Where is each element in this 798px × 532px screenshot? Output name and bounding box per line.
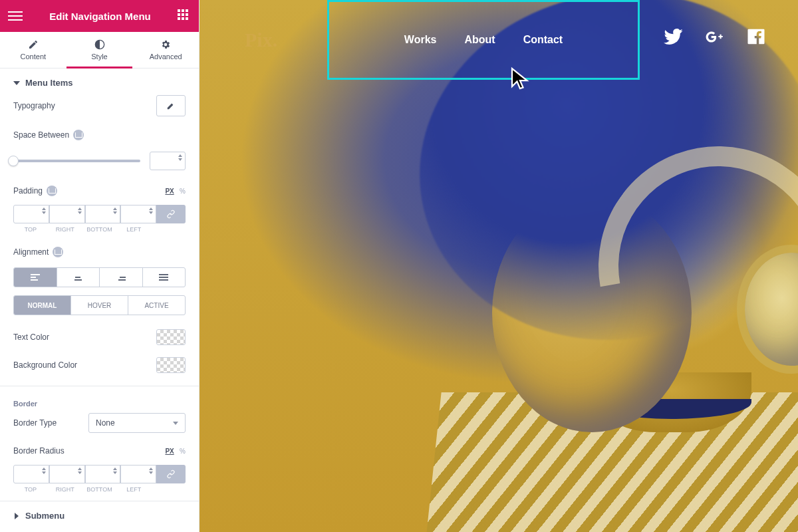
alignment-segmented (13, 267, 186, 287)
widgets-grid-icon[interactable] (178, 9, 191, 23)
twitter-icon[interactable] (664, 27, 684, 47)
space-between-input[interactable] (150, 152, 186, 170)
hamburger-icon[interactable] (8, 11, 23, 21)
padding-top-input[interactable] (13, 205, 49, 223)
tab-content-label: Content (21, 53, 47, 61)
pencil-icon (166, 101, 176, 110)
border-type-select[interactable]: None (88, 413, 186, 433)
responsive-icon[interactable] (47, 186, 57, 196)
padding-label: Padding (13, 186, 165, 196)
gear-icon (160, 39, 171, 50)
state-normal-button[interactable]: NORMAL (14, 296, 71, 315)
chevron-down-icon (173, 422, 178, 425)
panel-title: Edit Navigation Menu (23, 11, 178, 22)
state-hover-button[interactable]: HOVER (71, 296, 128, 315)
panel-header: Edit Navigation Menu (0, 0, 199, 32)
padding-left-label: LEFT (116, 226, 151, 233)
radius-link-button[interactable] (156, 465, 186, 483)
section-menu-items-label: Menu Items (25, 78, 73, 88)
border-type-label: Border Type (13, 418, 88, 428)
alignment-label: Alignment (13, 247, 186, 257)
tab-advanced[interactable]: Advanced (132, 32, 199, 68)
align-right-button[interactable] (100, 268, 143, 287)
chevron-down-icon (13, 81, 20, 85)
contrast-icon (94, 39, 105, 50)
state-segmented: NORMAL HOVER ACTIVE (13, 295, 186, 315)
social-links (664, 27, 766, 47)
panel-body: Menu Items Typography Space Between (0, 68, 199, 532)
padding-right-input[interactable] (49, 205, 85, 223)
border-heading: Border (13, 393, 186, 412)
nav-menu[interactable]: Works About Contact (327, 0, 640, 80)
cursor-icon (508, 66, 532, 93)
padding-top-label: TOP (13, 226, 48, 233)
panel-tabs: Content Style Advanced (0, 32, 199, 68)
text-color-label: Text Color (13, 332, 156, 342)
responsive-icon[interactable] (53, 247, 63, 257)
radius-bottom-input[interactable] (85, 465, 121, 483)
typography-label: Typography (13, 101, 156, 110)
facebook-icon[interactable] (746, 27, 766, 47)
google-plus-icon[interactable] (705, 27, 725, 47)
pencil-icon (28, 39, 39, 50)
align-center-button[interactable] (57, 268, 100, 287)
typography-edit-button[interactable] (156, 95, 186, 116)
radius-top-input[interactable] (13, 465, 49, 483)
preview-canvas: Pix. Works About Contact (200, 0, 798, 532)
section-submenu-label: Submenu (25, 511, 65, 521)
chevron-right-icon (15, 513, 19, 519)
nav-item-works[interactable]: Works (404, 34, 437, 46)
responsive-icon[interactable] (73, 130, 84, 140)
text-color-swatch[interactable] (156, 329, 186, 345)
tab-style[interactable]: Style (66, 32, 133, 68)
radius-right-input[interactable] (49, 465, 85, 483)
space-between-label: Space Between (13, 130, 186, 140)
editor-panel: Edit Navigation Menu Content Style Advan… (0, 0, 200, 532)
tab-style-label: Style (91, 53, 107, 61)
padding-link-button[interactable] (156, 205, 186, 223)
state-active-button[interactable]: ACTIVE (128, 296, 185, 315)
tab-content[interactable]: Content (0, 32, 66, 68)
align-left-button[interactable] (14, 268, 57, 287)
padding-units[interactable]: PX % (165, 188, 186, 195)
padding-bottom-label: BOTTOM (82, 226, 117, 233)
padding-left-input[interactable] (120, 205, 156, 223)
site-logo: Pix. (245, 29, 277, 51)
section-menu-items[interactable]: Menu Items (13, 68, 186, 94)
radius-left-input[interactable] (120, 465, 156, 483)
border-radius-units[interactable]: PX % (165, 448, 186, 455)
link-icon (166, 209, 176, 219)
nav-item-contact[interactable]: Contact (523, 34, 563, 46)
section-submenu[interactable]: Submenu (13, 501, 186, 527)
align-justify-button[interactable] (143, 268, 186, 287)
bg-color-swatch[interactable] (156, 357, 186, 373)
tab-advanced-label: Advanced (150, 53, 182, 61)
padding-right-label: RIGHT (48, 226, 82, 233)
link-icon (166, 469, 176, 479)
nav-item-about[interactable]: About (464, 34, 495, 46)
border-radius-label: Border Radius (13, 446, 165, 456)
space-between-slider[interactable] (13, 160, 140, 162)
padding-bottom-input[interactable] (85, 205, 121, 223)
bg-color-label: Background Color (13, 360, 156, 370)
